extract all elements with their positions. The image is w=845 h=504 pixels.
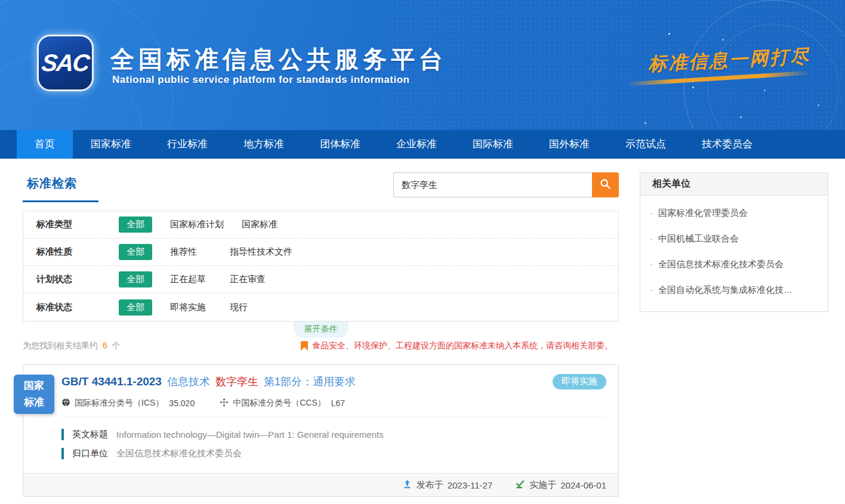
search-input[interactable] <box>393 172 592 197</box>
filter-all-button[interactable]: 全部 <box>119 244 152 260</box>
content-area: 标准检索 标准类型 全部 国家标准计划 国家标准 <box>0 159 845 497</box>
teal-bar-icon <box>61 429 64 440</box>
standard-code-link[interactable]: GB/T 43441.1-2023 <box>61 375 162 388</box>
filter-row-plan-status: 计划状态 全部 正在起草 正在审查 <box>23 266 618 293</box>
sidebar-item-it-standardization[interactable]: 全国信息技术标准化技术委员会 <box>649 252 819 277</box>
ccs-value: L67 <box>331 398 345 408</box>
compass-icon <box>220 398 229 409</box>
filter-option[interactable]: 国家标准计划 <box>170 219 224 230</box>
nav-item-group-standards[interactable]: 团体标准 <box>302 130 378 159</box>
ics-group: 国际标准分类号（ICS） 35.020 <box>61 398 195 409</box>
filter-label: 标准类型 <box>36 219 98 230</box>
sidebar-item-machinery-federation[interactable]: 中国机械工业联合会 <box>649 226 819 252</box>
standard-title-part1[interactable]: 信息技术 <box>167 375 210 389</box>
standard-title-part2[interactable]: 第1部分：通用要求 <box>264 375 356 389</box>
filter-all-button[interactable]: 全部 <box>119 271 152 287</box>
related-units-panel: 相关单位 国家标准化管理委员会 中国机械工业联合会 全国信息技术标准化技术委员会… <box>640 172 828 312</box>
english-title-label: 英文标题 <box>72 429 108 440</box>
search-box <box>393 172 619 197</box>
main-nav: 首页 国家标准 行业标准 地方标准 团体标准 企业标准 国际标准 国外标准 示范… <box>0 130 845 159</box>
notice-text: 食品安全、环境保护、工程建设方面的国家标准未纳入本系统，请咨询相关部委。 <box>312 341 613 351</box>
nav-item-industry-standards[interactable]: 行业标准 <box>149 130 226 159</box>
nav-item-international-standards[interactable]: 国际标准 <box>455 130 531 159</box>
bookmark-icon <box>301 341 308 351</box>
search-button[interactable] <box>592 172 619 197</box>
filter-panel: 标准类型 全部 国家标准计划 国家标准 标准性质 全部 推荐性 指导性技术文件 … <box>23 211 619 321</box>
filter-option[interactable]: 现行 <box>230 302 272 313</box>
committee-value: 全国信息技术标准化技术委员会 <box>116 448 242 459</box>
nav-item-enterprise-standards[interactable]: 企业标准 <box>378 130 455 159</box>
badge-line2: 标准 <box>24 394 44 411</box>
national-standard-badge: 国家 标准 <box>14 375 54 414</box>
standard-title-row: GB/T 43441.1-2023 信息技术 数字孪生 第1部分：通用要求 即将… <box>61 374 606 389</box>
sac-logo-text: SAC <box>41 50 90 76</box>
implemented-label: 实施于 <box>529 480 556 491</box>
main-column: 标准检索 标准类型 全部 国家标准计划 国家标准 <box>23 172 619 497</box>
page-title: 标准检索 <box>27 177 77 190</box>
ics-label: 国际标准分类号（ICS） <box>75 398 164 409</box>
classification-row: 国际标准分类号（ICS） 35.020 中国标准分类号（CCS） L67 <box>61 398 606 409</box>
sidebar-item-sac[interactable]: 国家标准化管理委员会 <box>649 200 819 226</box>
results-summary: 为您找到相关结果约 6 个 <box>23 341 121 351</box>
filter-option[interactable]: 正在起草 <box>170 274 212 285</box>
published-label: 发布于 <box>417 480 443 491</box>
filter-label: 计划状态 <box>36 274 98 285</box>
nav-item-technical-committee[interactable]: 技术委员会 <box>684 130 770 159</box>
filter-all-button[interactable]: 全部 <box>119 217 152 233</box>
sidebar-item-automation-systems[interactable]: 全国自动化系统与集成标准化技… <box>649 277 819 303</box>
nav-item-national-standards[interactable]: 国家标准 <box>73 130 149 159</box>
filter-option[interactable]: 正在审查 <box>230 274 272 285</box>
ccs-label: 中国标准分类号（CCS） <box>233 398 326 409</box>
implemented-date-group: 实施于 2024-06-01 <box>515 479 606 491</box>
related-units-title: 相关单位 <box>640 173 828 196</box>
filter-row-standard-type: 标准类型 全部 国家标准计划 国家标准 <box>23 211 618 239</box>
spark-dots <box>668 33 670 35</box>
ics-value: 35.020 <box>169 398 195 408</box>
status-badge: 即将实施 <box>553 374 606 389</box>
implement-check-icon <box>515 479 525 491</box>
implemented-date: 2024-06-01 <box>560 480 606 490</box>
site-header: SAC 全国标准信息公共服务平台 National public service… <box>0 0 845 130</box>
site-subtitle: National public service platform for sta… <box>112 74 409 86</box>
filter-row-standard-nature: 标准性质 全部 推荐性 指导性技术文件 <box>23 239 618 266</box>
search-icon <box>599 178 612 192</box>
sac-logo[interactable]: SAC <box>37 35 94 91</box>
nav-item-pilot[interactable]: 示范试点 <box>607 130 684 159</box>
result-card: 国家 标准 GB/T 43441.1-2023 信息技术 数字孪生 第1部分：通… <box>23 364 619 497</box>
search-section: 标准检索 <box>23 172 619 202</box>
filter-label: 标准状态 <box>36 302 98 313</box>
badge-line1: 国家 <box>24 378 44 394</box>
publish-upload-icon <box>402 479 412 491</box>
summary-prefix: 为您找到相关结果约 <box>23 341 98 350</box>
site-title: 全国标准信息公共服务平台 <box>110 43 447 76</box>
info-rows: 英文标题 Information technology—Digital twin… <box>61 418 606 473</box>
ccs-group: 中国标准分类号（CCS） L67 <box>220 398 345 409</box>
notice: 食品安全、环境保护、工程建设方面的国家标准未纳入本系统，请咨询相关部委。 <box>301 341 619 351</box>
nav-item-local-standards[interactable]: 地方标准 <box>226 130 302 159</box>
filter-label: 标准性质 <box>36 246 98 258</box>
card-body: GB/T 43441.1-2023 信息技术 数字孪生 第1部分：通用要求 即将… <box>23 365 618 473</box>
sidebar: 相关单位 国家标准化管理委员会 中国机械工业联合会 全国信息技术标准化技术委员会… <box>640 172 828 312</box>
filter-option[interactable]: 指导性技术文件 <box>230 246 292 258</box>
standard-title-highlight[interactable]: 数字孪生 <box>215 375 258 389</box>
related-units-list: 国家标准化管理委员会 中国机械工业联合会 全国信息技术标准化技术委员会 全国自动… <box>640 196 828 311</box>
published-date: 2023-11-27 <box>448 480 493 490</box>
nav-item-home[interactable]: 首页 <box>17 130 73 159</box>
summary-suffix: 个 <box>112 341 121 350</box>
committee-label: 归口单位 <box>72 448 108 459</box>
globe-icon <box>61 398 70 409</box>
filter-option[interactable]: 国家标准 <box>242 219 283 230</box>
card-footer: 发布于 2023-11-27 实施于 2024-06-01 <box>23 473 618 496</box>
filter-all-button[interactable]: 全部 <box>119 299 152 316</box>
section-title-wrap: 标准检索 <box>23 172 98 202</box>
results-summary-row: 为您找到相关结果约 6 个 食品安全、环境保护、工程建设方面的国家标准未纳入本系… <box>23 341 619 351</box>
nav-item-foreign-standards[interactable]: 国外标准 <box>531 130 607 159</box>
filter-option[interactable]: 即将实施 <box>170 302 212 313</box>
english-title-row: 英文标题 Information technology—Digital twin… <box>61 429 606 440</box>
published-date-group: 发布于 2023-11-27 <box>402 479 493 491</box>
teal-bar-icon <box>61 448 64 459</box>
results-count: 6 <box>103 341 107 350</box>
filter-option[interactable]: 推荐性 <box>170 246 212 258</box>
filter-row-standard-status: 标准状态 全部 即将实施 现行 <box>23 293 618 321</box>
expand-conditions-button[interactable]: 展开条件 <box>294 321 349 338</box>
